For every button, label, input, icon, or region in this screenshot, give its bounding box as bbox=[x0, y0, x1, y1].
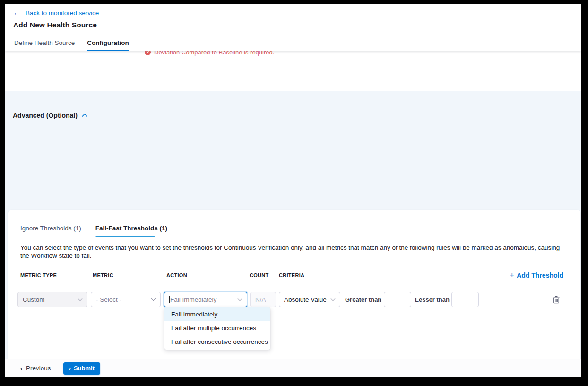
error-icon: ✕ bbox=[145, 51, 151, 55]
metric-config-pane: ✕ Deviation Compared to Baseline is requ… bbox=[133, 51, 581, 91]
greater-than-input[interactable] bbox=[384, 292, 411, 307]
configuration-panel: ✕ Deviation Compared to Baseline is requ… bbox=[5, 51, 581, 91]
col-count: COUNT bbox=[250, 272, 269, 278]
col-criteria: CRITERIA bbox=[279, 272, 304, 278]
tab-configuration[interactable]: Configuration bbox=[87, 34, 129, 51]
page-title: Add New Health Source bbox=[13, 21, 581, 29]
back-link-label: Back to monitored service bbox=[26, 9, 99, 17]
add-threshold-label: Add Threshold bbox=[517, 272, 563, 279]
greater-than-label: Greater than bbox=[345, 292, 381, 307]
metric-type-select[interactable]: Custom bbox=[17, 292, 87, 307]
lesser-than-label: Lesser than bbox=[415, 292, 450, 307]
tab-define-health-source[interactable]: Define Health Source bbox=[14, 34, 75, 51]
thresholds-card: Ignore Thresholds (1) Fail-Fast Threshol… bbox=[8, 210, 580, 377]
col-metric-type: METRIC TYPE bbox=[20, 272, 57, 278]
advanced-section: Advanced (Optional) Ignore Thresholds (1… bbox=[5, 91, 581, 362]
main-tab-bar: Define Health Source Configuration bbox=[5, 34, 581, 51]
count-input[interactable]: N/A bbox=[250, 292, 276, 307]
chevron-left-icon: ‹ bbox=[20, 365, 23, 372]
plus-icon: + bbox=[510, 271, 514, 279]
submit-button[interactable]: › Submit bbox=[63, 362, 100, 375]
chevron-down-icon bbox=[238, 297, 242, 301]
action-value: Fail Immediately bbox=[170, 296, 235, 303]
tab-ignore-thresholds[interactable]: Ignore Thresholds (1) bbox=[20, 225, 81, 237]
criteria-value: Absolute Value bbox=[284, 296, 329, 303]
action-select[interactable]: Fail Immediately bbox=[164, 292, 247, 307]
chevron-down-icon bbox=[78, 297, 83, 301]
count-value: N/A bbox=[255, 296, 271, 303]
back-arrow-icon: ← bbox=[13, 9, 21, 17]
metric-value: - Select - bbox=[96, 296, 149, 303]
threshold-row: Custom - Select - Fail Immediately N/A A… bbox=[8, 292, 580, 307]
validation-error: ✕ Deviation Compared to Baseline is requ… bbox=[145, 51, 581, 56]
text-cursor bbox=[169, 296, 170, 303]
criteria-select[interactable]: Absolute Value bbox=[279, 292, 340, 307]
chevron-down-icon bbox=[331, 297, 336, 301]
menu-item-fail-after-consecutive[interactable]: Fail after consecutive occurrences bbox=[164, 335, 270, 349]
app-window: ← Back to monitored service Add New Heal… bbox=[5, 4, 581, 377]
submit-label: Submit bbox=[74, 365, 95, 372]
metric-type-value: Custom bbox=[23, 296, 76, 303]
threshold-table-header: METRIC TYPE METRIC ACTION COUNT CRITERIA… bbox=[8, 272, 580, 279]
back-to-monitored-service-link[interactable]: ← Back to monitored service bbox=[13, 9, 581, 17]
advanced-optional-toggle[interactable]: Advanced (Optional) bbox=[13, 112, 87, 119]
menu-item-fail-after-multiple[interactable]: Fail after multiple occurrences bbox=[164, 321, 270, 335]
advanced-optional-label: Advanced (Optional) bbox=[13, 112, 78, 119]
lesser-than-input[interactable] bbox=[451, 292, 479, 307]
menu-item-fail-immediately[interactable]: Fail Immediately bbox=[164, 307, 270, 321]
metric-select[interactable]: - Select - bbox=[91, 292, 161, 307]
threshold-tab-bar: Ignore Thresholds (1) Fail-Fast Threshol… bbox=[8, 225, 167, 237]
col-metric: METRIC bbox=[93, 272, 113, 278]
action-dropdown-menu: Fail Immediately Fail after multiple occ… bbox=[164, 307, 270, 350]
error-message: Deviation Compared to Baseline is requir… bbox=[154, 51, 274, 56]
add-threshold-button[interactable]: + Add Threshold bbox=[510, 271, 563, 279]
chevron-up-icon bbox=[82, 113, 88, 119]
footer-bar: ‹ Previous › Submit bbox=[5, 359, 581, 377]
delete-threshold-icon[interactable] bbox=[553, 296, 560, 304]
previous-label: Previous bbox=[26, 365, 51, 372]
chevron-right-icon: › bbox=[69, 365, 71, 372]
row-divider bbox=[8, 310, 580, 310]
tab-fail-fast-thresholds[interactable]: Fail-Fast Thresholds (1) bbox=[95, 225, 167, 237]
col-action: ACTION bbox=[166, 272, 187, 278]
thresholds-description: You can select the type of events that y… bbox=[20, 244, 562, 260]
previous-button[interactable]: ‹ Previous bbox=[20, 365, 51, 372]
chevron-down-icon bbox=[151, 297, 156, 301]
page-header: ← Back to monitored service Add New Heal… bbox=[5, 4, 581, 29]
metric-list-pane bbox=[5, 51, 133, 91]
